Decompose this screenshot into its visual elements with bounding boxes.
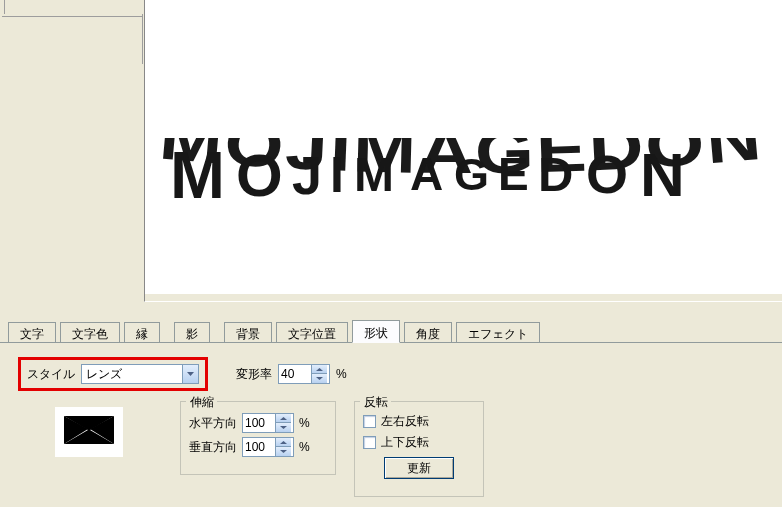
sample-text-art: MOJIMAGEDON M O J I M A G E D: [153, 138, 774, 225]
deform-input[interactable]: [279, 366, 311, 382]
svg-text:A: A: [410, 148, 443, 200]
deform-up[interactable]: [312, 365, 327, 374]
hscale-label: 水平方向: [189, 415, 237, 432]
scale-groupbox: 伸縮 水平方向 % 垂直方向 %: [180, 401, 336, 475]
svg-text:M: M: [170, 138, 225, 212]
preview-canvas[interactable]: MOJIMAGEDON M O J I M A G E D: [144, 0, 782, 302]
tab-text[interactable]: 文字: [8, 322, 56, 343]
tab-effect[interactable]: エフェクト: [456, 322, 540, 343]
svg-text:E: E: [498, 148, 529, 200]
flip-ud-checkbox[interactable]: [363, 436, 376, 449]
deform-label: 変形率: [236, 366, 272, 383]
hscale-percent: %: [299, 416, 310, 430]
style-label: スタイル: [27, 366, 75, 383]
style-row-highlight: スタイル: [18, 357, 208, 391]
tab-strip: 文字 文字色 縁 影 背景 文字位置 形状 角度 エフェクト: [0, 320, 782, 343]
chevron-up-icon: [316, 368, 323, 371]
hscale-spinner[interactable]: [242, 413, 294, 433]
flip-ud-label: 上下反転: [381, 434, 429, 451]
svg-marker-21: [280, 441, 287, 444]
svg-text:D: D: [538, 147, 573, 201]
tab-angle[interactable]: 角度: [404, 322, 452, 343]
svg-text:I: I: [330, 147, 344, 203]
flip-lr-checkbox[interactable]: [363, 415, 376, 428]
chevron-down-icon: [187, 372, 194, 376]
vscale-up[interactable]: [276, 438, 291, 447]
style-thumbnail: [55, 407, 123, 457]
vscale-input[interactable]: [243, 439, 275, 455]
tab-text-position[interactable]: 文字位置: [276, 322, 348, 343]
deform-spinner[interactable]: [278, 364, 330, 384]
svg-marker-12: [187, 372, 194, 376]
bowtie-icon: [62, 414, 116, 450]
svg-text:G: G: [454, 149, 489, 200]
tab-text-color[interactable]: 文字色: [60, 322, 120, 343]
svg-text:N: N: [640, 140, 685, 209]
svg-marker-20: [280, 426, 287, 429]
update-button[interactable]: 更新: [384, 457, 454, 479]
deform-percent: %: [336, 367, 347, 381]
canvas-area: MOJIMAGEDON M O J I M A G E D: [0, 0, 782, 311]
svg-marker-14: [316, 377, 323, 380]
chevron-down-icon: [316, 377, 323, 380]
shape-panel: スタイル 変形率 % 伸縮: [0, 342, 782, 504]
svg-text:M: M: [354, 148, 394, 201]
flip-lr-label: 左右反転: [381, 413, 429, 430]
hscale-input[interactable]: [243, 415, 275, 431]
svg-marker-13: [316, 368, 323, 371]
hscale-up[interactable]: [276, 414, 291, 423]
svg-marker-22: [280, 450, 287, 453]
tab-shape[interactable]: 形状: [352, 320, 400, 343]
scale-legend: 伸縮: [187, 394, 217, 411]
tab-background[interactable]: 背景: [224, 322, 272, 343]
vscale-label: 垂直方向: [189, 439, 237, 456]
vscale-percent: %: [299, 440, 310, 454]
svg-marker-19: [280, 417, 287, 420]
style-dropdown-button[interactable]: [182, 365, 198, 383]
tab-edge[interactable]: 縁: [124, 322, 160, 343]
vscale-down[interactable]: [276, 447, 291, 456]
style-combo[interactable]: [81, 364, 199, 384]
svg-text:J: J: [292, 145, 322, 205]
svg-text:O: O: [586, 144, 628, 204]
tab-shadow[interactable]: 影: [174, 322, 210, 343]
deform-down[interactable]: [312, 374, 327, 383]
flip-groupbox: 反転 左右反転 上下反転 更新: [354, 401, 484, 497]
flip-legend: 反転: [361, 394, 391, 411]
hscale-down[interactable]: [276, 423, 291, 432]
vscale-spinner[interactable]: [242, 437, 294, 457]
svg-text:O: O: [236, 142, 283, 209]
style-input[interactable]: [82, 365, 182, 383]
